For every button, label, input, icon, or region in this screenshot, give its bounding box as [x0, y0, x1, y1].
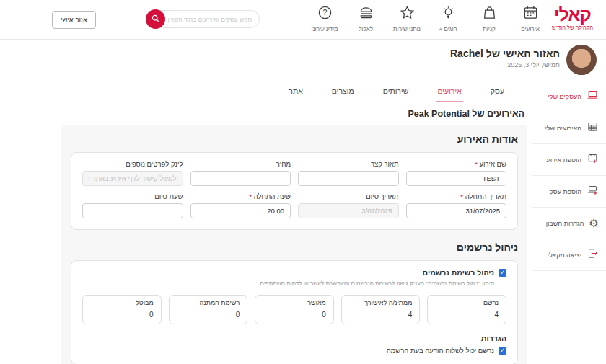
personal-area-button[interactable]: אזור אישי [52, 11, 96, 29]
user-greeting-row: האזור האישי של Rachel חמישי, יולי 3, 202… [418, 43, 606, 78]
current-date: חמישי, יולי 3, 2025 [450, 61, 560, 68]
stat-value: 0 [177, 311, 240, 319]
events-heading: האירועים של Peak Potential [61, 109, 524, 119]
personal-area-page: קאלי הקהילה של הוד"ש אירועים קניות חו [0, 0, 606, 364]
tab-website[interactable]: אתר [287, 82, 304, 102]
allow-message-checkbox[interactable]: ✓ [499, 347, 506, 355]
manage-list-checkbox[interactable]: ✓ [499, 269, 506, 277]
nav-item-events[interactable]: אירועים [514, 4, 546, 32]
about-event-card: שם אירוע * תאור קצר מחיר לינק לפרטים נוס… [71, 152, 518, 230]
stat-value: 4 [349, 311, 413, 319]
nav-label: מידע עירוני [311, 26, 338, 32]
shopping-bag-icon [481, 4, 498, 24]
field-end-time: שעת סיום [82, 192, 183, 218]
tab-business[interactable]: עסק [489, 82, 506, 102]
svg-text:?: ? [322, 8, 327, 17]
sidebar-item-add-event[interactable]: הוספת אירוע [532, 144, 606, 176]
required-mark: * [249, 192, 252, 200]
lightbulb-icon [440, 4, 457, 24]
field-end-date: תאריך סיום [298, 192, 399, 218]
sidebar-item-label: העסקים שלי [548, 93, 581, 100]
manage-list-note: סימון "ניהול רשימת נרשמים" מעניק גישה לר… [82, 280, 494, 287]
search-button[interactable] [146, 9, 165, 29]
nav-item-shopping[interactable]: קניות [473, 4, 505, 32]
field-start-date: תאריך התחלה * [406, 192, 507, 218]
avatar[interactable] [566, 45, 597, 75]
laptop-plus-icon [587, 184, 599, 199]
short-desc-input[interactable] [298, 171, 399, 186]
site-search [146, 10, 260, 28]
tab-events[interactable]: אירועים [436, 82, 462, 102]
sidebar-item-label: הוספת אירוע [547, 156, 581, 164]
logout-icon [587, 247, 599, 262]
nav-label: חוגים + [439, 26, 457, 32]
tab-services[interactable]: שירותים [382, 82, 410, 102]
registrants-heading: ניהול נרשמים [71, 241, 518, 253]
logo-title: קאלי [552, 5, 593, 24]
start-time-input[interactable] [190, 203, 291, 218]
sidebar-item-my-events[interactable]: האירועים שלי [532, 112, 606, 144]
field-label: תאריך התחלה [465, 192, 506, 200]
calendar-grid-icon [587, 120, 599, 136]
question-icon: ? [317, 4, 333, 24]
business-tabs: עסק אירועים שירותים מוצרים אתר [301, 82, 506, 102]
event-edit-panel: אודות האירוע שם אירוע * תאור קצר מחיר [61, 125, 527, 364]
sidebar-item-add-business[interactable]: הוספת עסק [532, 176, 606, 208]
sidebar-item-label: הגדרות חשבון [546, 220, 584, 227]
field-label: מחיר [190, 160, 291, 168]
field-link: לינק לפרטים נוספים [82, 160, 183, 186]
end-date-input[interactable] [298, 203, 399, 218]
field-start-time: שעת התחלה * [190, 192, 291, 218]
field-event-name: שם אירוע * [406, 160, 507, 186]
allow-message-label: נרשם יכול לשלוח הודעה בעת הרשמה [387, 347, 494, 355]
nav-item-services[interactable]: נותני שירות [391, 4, 423, 32]
page-title: האזור האישי של Rachel [450, 48, 560, 59]
top-navigation: אירועים קניות חוגים + נותני שירות [309, 4, 546, 32]
stat-value: 0 [90, 311, 154, 319]
sidebar-item-logout[interactable]: יציאה מקאלי [532, 239, 606, 271]
account-sidebar: העסקים שלי האירועים שלי הוספת אירוע הוספ… [532, 81, 606, 271]
field-label: שעת התחלה [254, 192, 291, 200]
sidebar-item-label: יציאה מקאלי [548, 252, 581, 259]
sidebar-item-my-businesses[interactable]: העסקים שלי [532, 81, 606, 112]
field-label: תאור קצר [298, 160, 399, 168]
link-input[interactable] [82, 171, 183, 186]
nav-item-classes[interactable]: חוגים + [432, 4, 464, 32]
stat-cancelled: מבוטל 0 [82, 295, 162, 324]
star-icon [399, 4, 416, 24]
stat-pending-approval: ממתינ/ה לאישורך 4 [341, 295, 421, 324]
manage-list-label: ניהול רשימת נרשמים [423, 268, 494, 277]
laptop-icon [587, 89, 599, 104]
main-content: עסק אירועים שירותים מוצרים אתר האירועים … [61, 79, 527, 364]
stat-registered: נרשם 4 [427, 295, 506, 324]
field-label: תאריך סיום [298, 192, 399, 200]
sidebar-item-label: הוספת עסק [549, 188, 581, 195]
nav-label: אירועים [521, 26, 539, 32]
stat-value: 4 [435, 311, 499, 319]
field-label: לינק לפרטים נוספים [82, 160, 183, 168]
end-time-input[interactable] [82, 203, 183, 218]
gear-icon: ⚙ [589, 218, 599, 228]
field-label: שם אירוע [479, 160, 506, 168]
burger-icon [358, 4, 374, 24]
price-input[interactable] [190, 171, 291, 186]
calendar-icon [522, 4, 539, 24]
nav-item-city-info[interactable]: ? מידע עירוני [309, 4, 341, 32]
field-short-desc: תאור קצר [298, 160, 399, 186]
calendar-plus-icon [587, 152, 599, 167]
search-icon [151, 14, 160, 25]
required-mark: * [460, 192, 463, 200]
event-name-input[interactable] [406, 171, 507, 186]
stat-value: 0 [263, 311, 326, 319]
settings-heading: הגדרות [82, 334, 506, 342]
start-date-input[interactable] [406, 203, 507, 218]
nav-label: נותני שירות [393, 26, 421, 32]
nav-item-eat[interactable]: לאכול [350, 4, 382, 32]
sidebar-item-account-settings[interactable]: ⚙ הגדרות חשבון [532, 208, 606, 239]
about-event-heading: אודות האירוע [71, 133, 518, 145]
nav-label: לאכול [359, 26, 373, 32]
logo-tagline: הקהילה של הוד"ש [552, 25, 593, 31]
brand-logo[interactable]: קאלי הקהילה של הוד"ש [552, 5, 593, 31]
tab-products[interactable]: מוצרים [330, 82, 356, 102]
stat-approved: מאושר 0 [255, 295, 334, 324]
